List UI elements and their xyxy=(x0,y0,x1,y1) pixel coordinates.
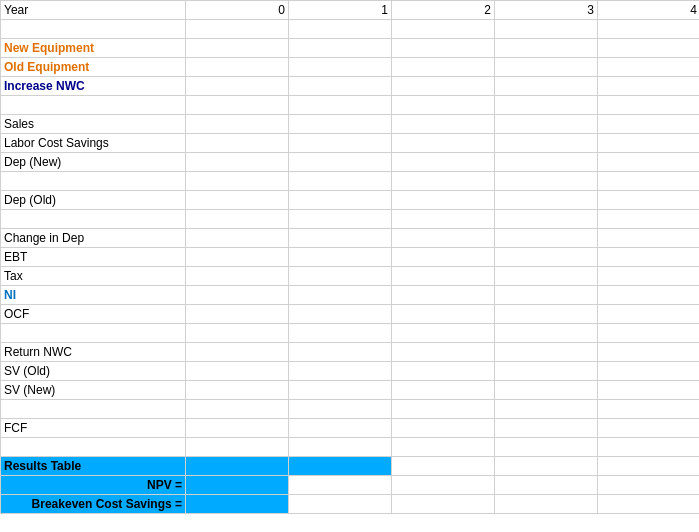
npv-label: NPV = xyxy=(1,476,186,495)
table-row: New Equipment xyxy=(1,39,700,58)
table-row xyxy=(1,438,700,457)
table-row: Sales xyxy=(1,115,700,134)
sv-new-label: SV (New) xyxy=(1,381,186,400)
return-nwc-label: Return NWC xyxy=(1,343,186,362)
col2-header: 2 xyxy=(392,1,495,20)
table-row xyxy=(1,324,700,343)
table-row: Tax xyxy=(1,267,700,286)
table-row xyxy=(1,400,700,419)
table-row: Dep (New) xyxy=(1,153,700,172)
table-row: SV (New) xyxy=(1,381,700,400)
table-row xyxy=(1,172,700,191)
increase-nwc-label: Increase NWC xyxy=(1,77,186,96)
breakeven-label: Breakeven Cost Savings = xyxy=(1,495,186,514)
table-row xyxy=(1,20,700,39)
table-row: SV (Old) xyxy=(1,362,700,381)
table-row xyxy=(1,210,700,229)
table-row: FCF xyxy=(1,419,700,438)
fcf-label: FCF xyxy=(1,419,186,438)
results-header-row: Results Table xyxy=(1,457,700,476)
table-row: NI xyxy=(1,286,700,305)
ebt-label: EBT xyxy=(1,248,186,267)
col1-header: 1 xyxy=(289,1,392,20)
sv-old-label: SV (Old) xyxy=(1,362,186,381)
col0-header: 0 xyxy=(186,1,289,20)
header-row: Year 0 1 2 3 4 xyxy=(1,1,700,20)
sales-label: Sales xyxy=(1,115,186,134)
col4-header: 4 xyxy=(598,1,700,20)
main-table: Year 0 1 2 3 4 New Equipment Old xyxy=(0,0,699,514)
col3-header: 3 xyxy=(495,1,598,20)
ni-label: NI xyxy=(1,286,186,305)
table-row: EBT xyxy=(1,248,700,267)
table-row: Change in Dep xyxy=(1,229,700,248)
table-row: OCF xyxy=(1,305,700,324)
table-row xyxy=(1,96,700,115)
spreadsheet: Year 0 1 2 3 4 New Equipment Old xyxy=(0,0,699,514)
table-row: Old Equipment xyxy=(1,58,700,77)
tax-label: Tax xyxy=(1,267,186,286)
results-table-label: Results Table xyxy=(1,457,186,476)
new-equipment-label: New Equipment xyxy=(1,39,186,58)
dep-old-label: Dep (Old) xyxy=(1,191,186,210)
change-in-dep-label: Change in Dep xyxy=(1,229,186,248)
table-row: Return NWC xyxy=(1,343,700,362)
table-row: Labor Cost Savings xyxy=(1,134,700,153)
labor-cost-savings-label: Labor Cost Savings xyxy=(1,134,186,153)
dep-new-label: Dep (New) xyxy=(1,153,186,172)
old-equipment-label: Old Equipment xyxy=(1,58,186,77)
ocf-label: OCF xyxy=(1,305,186,324)
table-row: Dep (Old) xyxy=(1,191,700,210)
breakeven-row: Breakeven Cost Savings = xyxy=(1,495,700,514)
year-header: Year xyxy=(1,1,186,20)
npv-row: NPV = xyxy=(1,476,700,495)
table-row: Increase NWC xyxy=(1,77,700,96)
